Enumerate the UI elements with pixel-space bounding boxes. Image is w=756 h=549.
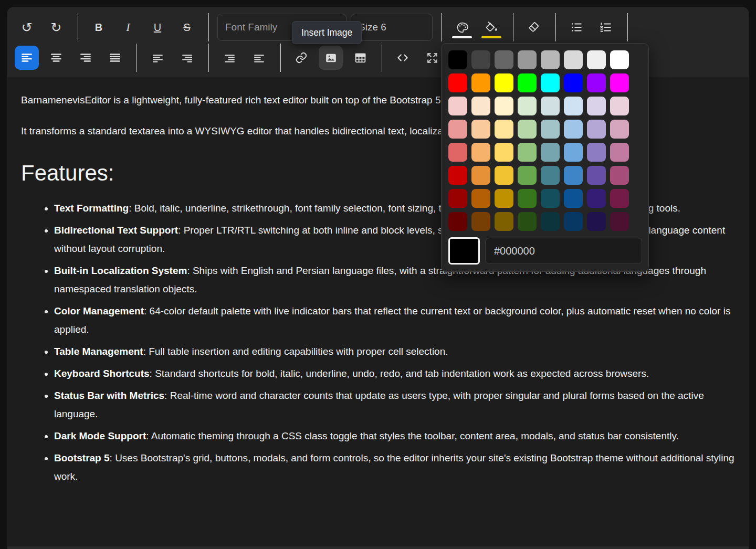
color-swatch[interactable] xyxy=(610,143,629,162)
color-swatch[interactable] xyxy=(541,166,560,185)
color-swatch[interactable] xyxy=(518,97,537,115)
clear-formatting-button[interactable] xyxy=(522,15,546,39)
color-swatch[interactable] xyxy=(587,50,606,69)
color-swatch[interactable] xyxy=(495,97,513,115)
align-justify-button[interactable] xyxy=(103,46,127,70)
redo-icon: ↻ xyxy=(51,21,62,34)
indent-button[interactable] xyxy=(247,46,271,70)
color-swatch[interactable] xyxy=(610,120,629,139)
outdent-button[interactable] xyxy=(217,46,242,70)
underline-icon: U xyxy=(154,22,161,34)
code-icon xyxy=(396,51,410,65)
color-swatch[interactable] xyxy=(471,97,490,115)
strikethrough-button[interactable]: S xyxy=(175,15,199,39)
color-swatch[interactable] xyxy=(610,97,629,115)
color-swatch[interactable] xyxy=(564,212,583,231)
color-swatch[interactable] xyxy=(448,212,467,231)
hex-color-input[interactable] xyxy=(485,238,642,264)
color-swatch[interactable] xyxy=(495,212,513,231)
text-color-button[interactable] xyxy=(450,15,474,39)
color-swatch[interactable] xyxy=(587,166,606,185)
color-swatch[interactable] xyxy=(518,73,537,92)
color-swatch[interactable] xyxy=(495,50,513,69)
color-swatch[interactable] xyxy=(471,166,490,185)
color-swatch[interactable] xyxy=(448,97,467,115)
color-swatch[interactable] xyxy=(495,166,513,185)
color-swatch[interactable] xyxy=(495,189,513,208)
align-justify-icon xyxy=(108,51,122,65)
toolbar-divider xyxy=(208,13,209,41)
color-swatch[interactable] xyxy=(541,212,560,231)
undo-button[interactable]: ↺ xyxy=(15,15,39,39)
color-swatch[interactable] xyxy=(564,50,583,69)
bold-button[interactable]: B xyxy=(87,15,111,39)
color-swatch[interactable] xyxy=(541,97,560,115)
insert-image-button[interactable] xyxy=(319,46,343,70)
color-swatch[interactable] xyxy=(448,120,467,139)
feature-item: Table Management: Full table insertion a… xyxy=(54,342,738,361)
color-swatch[interactable] xyxy=(541,50,560,69)
color-swatch[interactable] xyxy=(518,212,537,231)
unordered-list-button[interactable] xyxy=(564,15,589,39)
toolbar-divider xyxy=(78,13,78,41)
color-swatch[interactable] xyxy=(471,120,490,139)
color-swatch[interactable] xyxy=(610,73,629,92)
align-right-button[interactable] xyxy=(74,46,98,70)
color-swatch[interactable] xyxy=(495,120,513,139)
color-swatch[interactable] xyxy=(564,143,583,162)
color-picker-footer xyxy=(448,237,642,265)
italic-button[interactable]: I xyxy=(116,15,140,39)
toolbar-divider xyxy=(627,13,628,41)
color-swatch[interactable] xyxy=(448,73,467,92)
color-swatch[interactable] xyxy=(610,50,629,69)
color-swatch[interactable] xyxy=(541,73,560,92)
color-swatch[interactable] xyxy=(564,73,583,92)
color-swatch[interactable] xyxy=(587,212,606,231)
color-swatch[interactable] xyxy=(610,212,629,231)
color-swatch[interactable] xyxy=(471,189,490,208)
color-swatch[interactable] xyxy=(541,189,560,208)
color-swatch[interactable] xyxy=(471,212,490,231)
color-swatch[interactable] xyxy=(564,97,583,115)
background-color-button[interactable] xyxy=(479,15,503,39)
color-swatch[interactable] xyxy=(518,189,537,208)
color-swatch[interactable] xyxy=(610,189,629,208)
color-swatch[interactable] xyxy=(448,189,467,208)
color-swatch[interactable] xyxy=(541,120,560,139)
color-swatch[interactable] xyxy=(518,120,537,139)
align-center-button[interactable] xyxy=(44,46,68,70)
color-swatch[interactable] xyxy=(518,143,537,162)
outdent-icon xyxy=(223,51,236,65)
align-left-button[interactable] xyxy=(15,46,39,70)
ltr-direction-button[interactable] xyxy=(145,46,170,70)
color-swatch[interactable] xyxy=(471,143,490,162)
ordered-list-button[interactable] xyxy=(594,15,618,39)
color-swatch[interactable] xyxy=(448,143,467,162)
insert-table-button[interactable] xyxy=(348,46,372,70)
color-swatch[interactable] xyxy=(564,166,583,185)
insert-link-button[interactable] xyxy=(289,46,313,70)
color-swatch[interactable] xyxy=(587,73,606,92)
toolbar-divider xyxy=(280,44,281,72)
font-size-select[interactable]: Size 6 xyxy=(351,14,433,41)
color-swatch[interactable] xyxy=(448,166,467,185)
color-swatch[interactable] xyxy=(610,166,629,185)
color-swatch[interactable] xyxy=(471,50,490,69)
color-swatch[interactable] xyxy=(518,166,537,185)
color-swatch[interactable] xyxy=(587,143,606,162)
color-swatch[interactable] xyxy=(541,143,560,162)
color-swatch[interactable] xyxy=(495,73,513,92)
source-code-button[interactable] xyxy=(391,46,415,70)
color-swatch[interactable] xyxy=(587,97,606,115)
underline-button[interactable]: U xyxy=(145,15,170,39)
color-swatch[interactable] xyxy=(518,50,537,69)
color-swatch[interactable] xyxy=(471,73,490,92)
rtl-direction-button[interactable] xyxy=(175,46,199,70)
color-swatch[interactable] xyxy=(564,120,583,139)
color-swatch[interactable] xyxy=(564,189,583,208)
color-swatch[interactable] xyxy=(587,189,606,208)
color-swatch[interactable] xyxy=(495,143,513,162)
redo-button[interactable]: ↻ xyxy=(44,15,68,39)
color-swatch[interactable] xyxy=(448,50,467,69)
color-swatch[interactable] xyxy=(587,120,606,139)
